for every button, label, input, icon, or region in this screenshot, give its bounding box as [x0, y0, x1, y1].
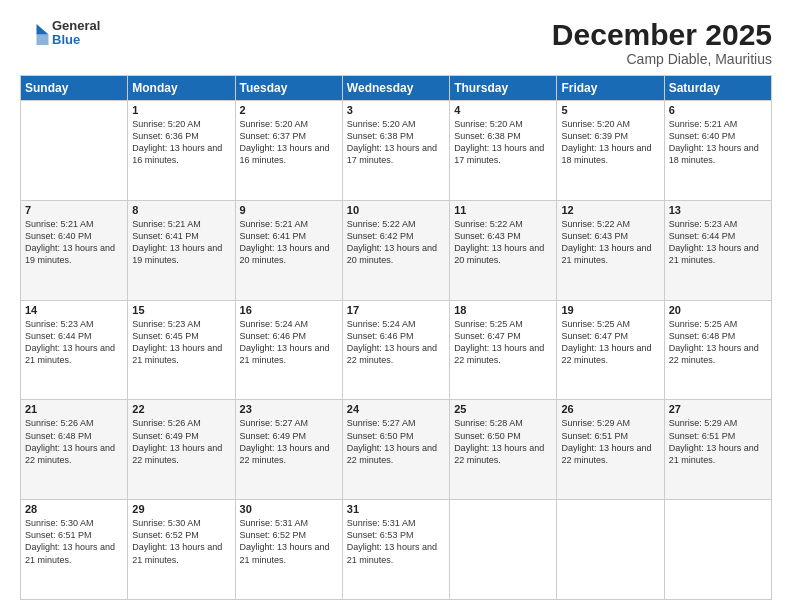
cell-info: Sunrise: 5:24 AMSunset: 6:46 PMDaylight:… — [240, 318, 338, 367]
cell-info: Sunrise: 5:21 AMSunset: 6:41 PMDaylight:… — [132, 218, 230, 267]
calendar-cell: 28Sunrise: 5:30 AMSunset: 6:51 PMDayligh… — [21, 500, 128, 600]
calendar-cell: 25Sunrise: 5:28 AMSunset: 6:50 PMDayligh… — [450, 400, 557, 500]
cell-info: Sunrise: 5:23 AMSunset: 6:44 PMDaylight:… — [25, 318, 123, 367]
title-month: December 2025 — [552, 18, 772, 51]
day-number: 30 — [240, 503, 338, 515]
svg-marker-0 — [37, 24, 49, 35]
day-number: 4 — [454, 104, 552, 116]
dow-header-saturday: Saturday — [664, 76, 771, 101]
day-number: 25 — [454, 403, 552, 415]
cell-info: Sunrise: 5:20 AMSunset: 6:38 PMDaylight:… — [454, 118, 552, 167]
calendar-cell: 22Sunrise: 5:26 AMSunset: 6:49 PMDayligh… — [128, 400, 235, 500]
calendar-cell — [21, 101, 128, 201]
day-number: 20 — [669, 304, 767, 316]
day-number: 12 — [561, 204, 659, 216]
header: General Blue December 2025 Camp Diable, … — [20, 18, 772, 67]
calendar-cell: 6Sunrise: 5:21 AMSunset: 6:40 PMDaylight… — [664, 101, 771, 201]
day-number: 1 — [132, 104, 230, 116]
calendar-cell: 23Sunrise: 5:27 AMSunset: 6:49 PMDayligh… — [235, 400, 342, 500]
day-number: 9 — [240, 204, 338, 216]
day-number: 23 — [240, 403, 338, 415]
day-number: 31 — [347, 503, 445, 515]
logo-blue: Blue — [52, 33, 100, 47]
page: General Blue December 2025 Camp Diable, … — [0, 0, 792, 612]
day-number: 17 — [347, 304, 445, 316]
calendar-cell: 31Sunrise: 5:31 AMSunset: 6:53 PMDayligh… — [342, 500, 449, 600]
day-number: 22 — [132, 403, 230, 415]
day-number: 28 — [25, 503, 123, 515]
day-number: 26 — [561, 403, 659, 415]
day-number: 10 — [347, 204, 445, 216]
day-number: 21 — [25, 403, 123, 415]
day-number: 27 — [669, 403, 767, 415]
cell-info: Sunrise: 5:28 AMSunset: 6:50 PMDaylight:… — [454, 417, 552, 466]
cell-info: Sunrise: 5:30 AMSunset: 6:52 PMDaylight:… — [132, 517, 230, 566]
day-number: 29 — [132, 503, 230, 515]
day-number: 19 — [561, 304, 659, 316]
dow-header-tuesday: Tuesday — [235, 76, 342, 101]
dow-header-monday: Monday — [128, 76, 235, 101]
day-number: 14 — [25, 304, 123, 316]
calendar-cell: 19Sunrise: 5:25 AMSunset: 6:47 PMDayligh… — [557, 300, 664, 400]
cell-info: Sunrise: 5:21 AMSunset: 6:40 PMDaylight:… — [669, 118, 767, 167]
calendar-cell: 1Sunrise: 5:20 AMSunset: 6:36 PMDaylight… — [128, 101, 235, 201]
week-row-2: 7Sunrise: 5:21 AMSunset: 6:40 PMDaylight… — [21, 200, 772, 300]
title-location: Camp Diable, Mauritius — [552, 51, 772, 67]
day-number: 8 — [132, 204, 230, 216]
calendar-cell: 14Sunrise: 5:23 AMSunset: 6:44 PMDayligh… — [21, 300, 128, 400]
logo-icon — [20, 18, 50, 48]
cell-info: Sunrise: 5:25 AMSunset: 6:47 PMDaylight:… — [561, 318, 659, 367]
cell-info: Sunrise: 5:22 AMSunset: 6:42 PMDaylight:… — [347, 218, 445, 267]
week-row-4: 21Sunrise: 5:26 AMSunset: 6:48 PMDayligh… — [21, 400, 772, 500]
cell-info: Sunrise: 5:31 AMSunset: 6:52 PMDaylight:… — [240, 517, 338, 566]
cell-info: Sunrise: 5:20 AMSunset: 6:37 PMDaylight:… — [240, 118, 338, 167]
cell-info: Sunrise: 5:25 AMSunset: 6:47 PMDaylight:… — [454, 318, 552, 367]
day-number: 7 — [25, 204, 123, 216]
day-number: 3 — [347, 104, 445, 116]
cell-info: Sunrise: 5:22 AMSunset: 6:43 PMDaylight:… — [561, 218, 659, 267]
cell-info: Sunrise: 5:26 AMSunset: 6:49 PMDaylight:… — [132, 417, 230, 466]
calendar-cell: 30Sunrise: 5:31 AMSunset: 6:52 PMDayligh… — [235, 500, 342, 600]
calendar-cell — [557, 500, 664, 600]
calendar-cell: 13Sunrise: 5:23 AMSunset: 6:44 PMDayligh… — [664, 200, 771, 300]
calendar-cell: 10Sunrise: 5:22 AMSunset: 6:42 PMDayligh… — [342, 200, 449, 300]
cell-info: Sunrise: 5:20 AMSunset: 6:39 PMDaylight:… — [561, 118, 659, 167]
cell-info: Sunrise: 5:29 AMSunset: 6:51 PMDaylight:… — [669, 417, 767, 466]
title-block: December 2025 Camp Diable, Mauritius — [552, 18, 772, 67]
cell-info: Sunrise: 5:30 AMSunset: 6:51 PMDaylight:… — [25, 517, 123, 566]
cell-info: Sunrise: 5:21 AMSunset: 6:40 PMDaylight:… — [25, 218, 123, 267]
calendar-cell — [450, 500, 557, 600]
calendar-cell: 21Sunrise: 5:26 AMSunset: 6:48 PMDayligh… — [21, 400, 128, 500]
day-number: 11 — [454, 204, 552, 216]
dow-header-thursday: Thursday — [450, 76, 557, 101]
day-number: 16 — [240, 304, 338, 316]
cell-info: Sunrise: 5:20 AMSunset: 6:36 PMDaylight:… — [132, 118, 230, 167]
calendar-cell: 8Sunrise: 5:21 AMSunset: 6:41 PMDaylight… — [128, 200, 235, 300]
cell-info: Sunrise: 5:25 AMSunset: 6:48 PMDaylight:… — [669, 318, 767, 367]
calendar-cell: 18Sunrise: 5:25 AMSunset: 6:47 PMDayligh… — [450, 300, 557, 400]
cell-info: Sunrise: 5:31 AMSunset: 6:53 PMDaylight:… — [347, 517, 445, 566]
calendar-cell: 27Sunrise: 5:29 AMSunset: 6:51 PMDayligh… — [664, 400, 771, 500]
cell-info: Sunrise: 5:27 AMSunset: 6:49 PMDaylight:… — [240, 417, 338, 466]
day-number: 24 — [347, 403, 445, 415]
week-row-1: 1Sunrise: 5:20 AMSunset: 6:36 PMDaylight… — [21, 101, 772, 201]
calendar-cell: 29Sunrise: 5:30 AMSunset: 6:52 PMDayligh… — [128, 500, 235, 600]
calendar-cell: 17Sunrise: 5:24 AMSunset: 6:46 PMDayligh… — [342, 300, 449, 400]
cell-info: Sunrise: 5:29 AMSunset: 6:51 PMDaylight:… — [561, 417, 659, 466]
calendar-cell: 9Sunrise: 5:21 AMSunset: 6:41 PMDaylight… — [235, 200, 342, 300]
calendar-cell: 26Sunrise: 5:29 AMSunset: 6:51 PMDayligh… — [557, 400, 664, 500]
cell-info: Sunrise: 5:23 AMSunset: 6:44 PMDaylight:… — [669, 218, 767, 267]
calendar-cell: 11Sunrise: 5:22 AMSunset: 6:43 PMDayligh… — [450, 200, 557, 300]
calendar-cell — [664, 500, 771, 600]
day-number: 15 — [132, 304, 230, 316]
calendar-body: 1Sunrise: 5:20 AMSunset: 6:36 PMDaylight… — [21, 101, 772, 600]
day-number: 5 — [561, 104, 659, 116]
calendar-cell: 5Sunrise: 5:20 AMSunset: 6:39 PMDaylight… — [557, 101, 664, 201]
dow-header-wednesday: Wednesday — [342, 76, 449, 101]
week-row-5: 28Sunrise: 5:30 AMSunset: 6:51 PMDayligh… — [21, 500, 772, 600]
calendar-cell: 20Sunrise: 5:25 AMSunset: 6:48 PMDayligh… — [664, 300, 771, 400]
cell-info: Sunrise: 5:26 AMSunset: 6:48 PMDaylight:… — [25, 417, 123, 466]
calendar-cell: 4Sunrise: 5:20 AMSunset: 6:38 PMDaylight… — [450, 101, 557, 201]
dow-header-friday: Friday — [557, 76, 664, 101]
day-number: 18 — [454, 304, 552, 316]
